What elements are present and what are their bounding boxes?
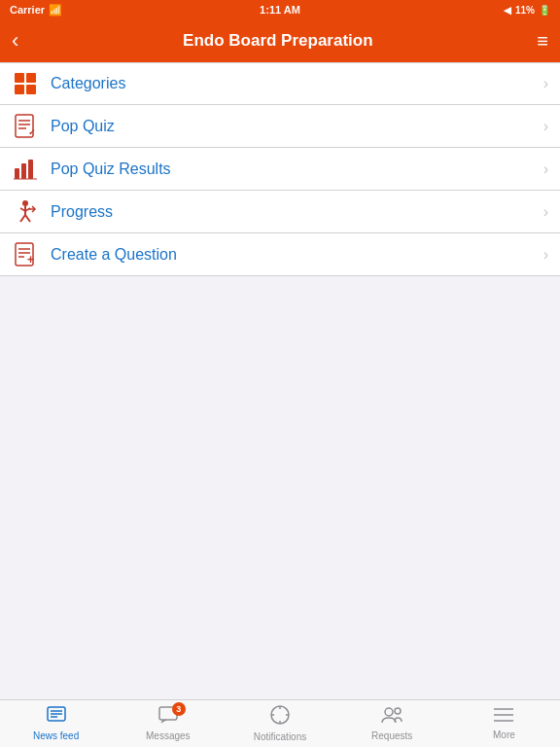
menu-item-pop-quiz[interactable]: ✓ Pop Quiz ›: [0, 105, 560, 148]
progress-label: Progress: [51, 203, 543, 221]
battery-level: 11%: [515, 5, 535, 16]
menu-item-pop-quiz-results[interactable]: Pop Quiz Results ›: [0, 148, 560, 191]
status-time: 1:11 AM: [260, 4, 300, 16]
news-feed-icon: [47, 706, 66, 729]
svg-rect-6: [21, 163, 26, 179]
pop-quiz-results-label: Pop Quiz Results: [51, 160, 543, 178]
battery-icon: 🔋: [539, 5, 550, 16]
status-bar-right: ◀ 11% 🔋: [504, 5, 550, 16]
tab-more[interactable]: More: [448, 700, 560, 747]
messages-icon: 3: [158, 706, 178, 729]
menu-button[interactable]: ≡: [537, 30, 548, 53]
messages-badge: 3: [172, 702, 186, 716]
pop-quiz-results-chevron: ›: [543, 160, 548, 178]
svg-text:+: +: [27, 253, 34, 267]
messages-label: Messages: [146, 730, 191, 741]
svg-line-14: [25, 215, 30, 222]
back-icon: ‹: [12, 28, 18, 53]
svg-line-13: [20, 215, 25, 222]
pop-quiz-icon: ✓: [12, 113, 39, 140]
more-label: More: [493, 729, 515, 740]
requests-icon: [381, 706, 402, 729]
requests-label: Requests: [371, 730, 412, 741]
status-bar: Carrier 📶 1:11 AM ◀ 11% 🔋: [0, 0, 560, 19]
carrier-label: Carrier: [10, 4, 45, 16]
status-bar-left: Carrier 📶: [10, 4, 62, 17]
menu-item-create-question[interactable]: + Create a Question ›: [0, 233, 560, 276]
location-icon: ◀: [504, 5, 511, 16]
svg-text:✓: ✓: [28, 127, 36, 137]
notifications-icon: [270, 705, 290, 729]
create-question-label: Create a Question: [51, 246, 543, 264]
menu-list: Categories › ✓ Pop Quiz › Pop Quiz R: [0, 62, 560, 699]
news-feed-label: News feed: [33, 730, 79, 741]
svg-point-32: [395, 708, 401, 714]
categories-icon: [12, 70, 39, 97]
notifications-label: Notifications: [254, 731, 306, 742]
tab-messages[interactable]: 3 Messages: [112, 700, 224, 747]
create-question-chevron: ›: [543, 246, 548, 264]
pop-quiz-label: Pop Quiz: [51, 118, 543, 135]
svg-point-31: [385, 708, 393, 716]
nav-title: Endo Board Preparation: [18, 31, 537, 51]
hamburger-icon: ≡: [537, 30, 548, 53]
back-button[interactable]: ‹: [12, 28, 18, 53]
progress-chevron: ›: [543, 203, 548, 221]
svg-point-9: [22, 200, 28, 206]
menu-item-categories[interactable]: Categories ›: [0, 62, 560, 105]
create-question-icon: +: [12, 241, 39, 268]
tab-bar: News feed 3 Messages Notifications: [0, 699, 560, 747]
menu-item-progress[interactable]: Progress ›: [0, 191, 560, 233]
categories-label: Categories: [51, 75, 543, 92]
svg-rect-5: [15, 168, 19, 179]
pop-quiz-results-icon: [12, 156, 39, 183]
more-icon: [494, 707, 513, 728]
nav-bar: ‹ Endo Board Preparation ≡: [0, 19, 560, 62]
svg-rect-7: [28, 160, 33, 179]
tab-requests[interactable]: Requests: [336, 700, 448, 747]
categories-chevron: ›: [543, 75, 548, 92]
progress-icon: [12, 198, 39, 226]
wifi-icon: 📶: [49, 4, 62, 17]
tab-notifications[interactable]: Notifications: [224, 700, 335, 747]
pop-quiz-chevron: ›: [543, 118, 548, 135]
tab-news-feed[interactable]: News feed: [0, 700, 112, 747]
